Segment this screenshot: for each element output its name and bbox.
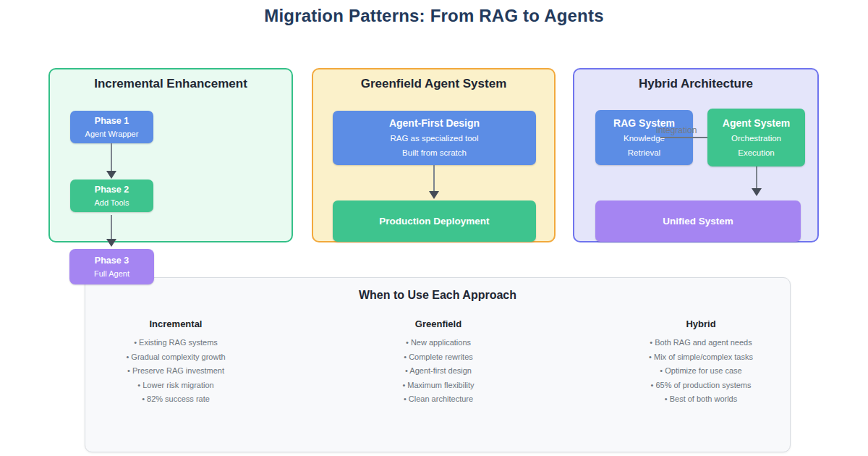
arrow-down-icon — [756, 166, 757, 188]
usage-column-hybrid: Hybrid • Both RAG and agent needs • Mix … — [610, 314, 791, 407]
usage-item-list: • New applications • Complete rewrites •… — [266, 336, 610, 407]
page-title: Migration Patterns: From RAG to Agents — [0, 6, 868, 26]
usage-column-greenfield: Greenfield • New applications • Complete… — [266, 314, 610, 407]
arrow-head-icon — [106, 171, 116, 179]
agent-system-node: Agent System Orchestration Execution — [707, 109, 805, 166]
usage-item-list: • Both RAG and agent needs • Mix of simp… — [610, 336, 791, 407]
phase-3-subtitle: Full Agent — [94, 269, 129, 279]
phase-2-subtitle: Add Tools — [94, 198, 129, 208]
arrow-head-icon — [429, 191, 439, 199]
unified-system-title: Unified System — [663, 216, 733, 227]
usage-item: • Best of both worlds — [610, 392, 791, 407]
panel-greenfield-title: Greenfield Agent System — [313, 77, 554, 91]
usage-item: • 82% success rate — [85, 392, 266, 407]
panel-incremental-title: Incremental Enhancement — [50, 77, 292, 91]
usage-item: • Mix of simple/complex tasks — [610, 350, 791, 365]
usage-item: • New applications — [266, 336, 610, 350]
phase-1-node: Phase 1 Agent Wrapper — [70, 111, 153, 143]
integration-connector-label: Integration — [647, 125, 705, 135]
phase-3-title: Phase 3 — [95, 256, 129, 266]
phase-2-node: Phase 2 Add Tools — [70, 180, 153, 212]
usage-item: • Maximum flexibility — [266, 379, 610, 393]
arrow-down-icon — [111, 215, 112, 239]
usage-columns: Incremental • Existing RAG systems • Gra… — [85, 314, 790, 407]
agent-system-line-2: Execution — [738, 148, 775, 159]
usage-item: • Both RAG and agent needs — [610, 336, 791, 350]
phase-1-subtitle: Agent Wrapper — [85, 129, 139, 139]
usage-item: • Optimize for use case — [610, 364, 791, 379]
arrow-down-icon — [111, 143, 112, 171]
phase-3-node: Phase 3 Full Agent — [69, 249, 154, 284]
panel-hybrid-title: Hybrid Architecture — [574, 77, 817, 91]
panel-incremental: Incremental Enhancement Phase 1 Agent Wr… — [48, 68, 293, 242]
usage-column-header: Hybrid — [610, 318, 791, 329]
usage-column-incremental: Incremental • Existing RAG systems • Gra… — [85, 314, 266, 407]
usage-item: • Existing RAG systems — [85, 336, 266, 350]
usage-item: • Complete rewrites — [266, 350, 610, 365]
rag-system-line-2: Retrieval — [628, 148, 660, 159]
integration-connector-line — [660, 137, 707, 138]
panel-greenfield: Greenfield Agent System Agent-First Desi… — [312, 68, 556, 242]
usage-item: • Clean architecture — [266, 392, 610, 407]
panel-hybrid: Hybrid Architecture RAG System Knowledge… — [573, 68, 819, 242]
arrow-down-icon — [433, 165, 435, 191]
usage-column-header: Incremental — [85, 318, 266, 329]
agent-first-design-line-1: RAG as specialized tool — [390, 133, 478, 144]
usage-item: • 65% of production systems — [610, 379, 791, 393]
agent-first-design-node: Agent-First Design RAG as specialized to… — [333, 111, 536, 165]
phase-2-title: Phase 2 — [95, 185, 129, 195]
agent-first-design-title: Agent-First Design — [389, 117, 480, 130]
arrow-head-icon — [106, 239, 116, 247]
unified-system-node: Unified System — [595, 200, 801, 242]
usage-item-list: • Existing RAG systems • Gradual complex… — [85, 336, 266, 407]
usage-item: • Gradual complexity growth — [85, 350, 266, 365]
usage-title: When to Use Each Approach — [85, 289, 790, 302]
usage-item: • Preserve RAG investment — [85, 364, 266, 379]
production-deployment-node: Production Deployment — [333, 200, 536, 242]
phase-1-title: Phase 1 — [95, 116, 129, 127]
usage-panel: When to Use Each Approach Incremental • … — [85, 277, 791, 452]
production-deployment-title: Production Deployment — [379, 216, 489, 227]
agent-system-title: Agent System — [723, 117, 790, 130]
usage-item: • Lower risk migration — [85, 379, 266, 393]
agent-system-line-1: Orchestration — [731, 133, 781, 144]
agent-first-design-line-2: Built from scratch — [402, 148, 467, 159]
usage-column-header: Greenfield — [266, 318, 610, 329]
arrow-head-icon — [752, 188, 762, 196]
usage-item: • Agent-first design — [266, 364, 610, 379]
